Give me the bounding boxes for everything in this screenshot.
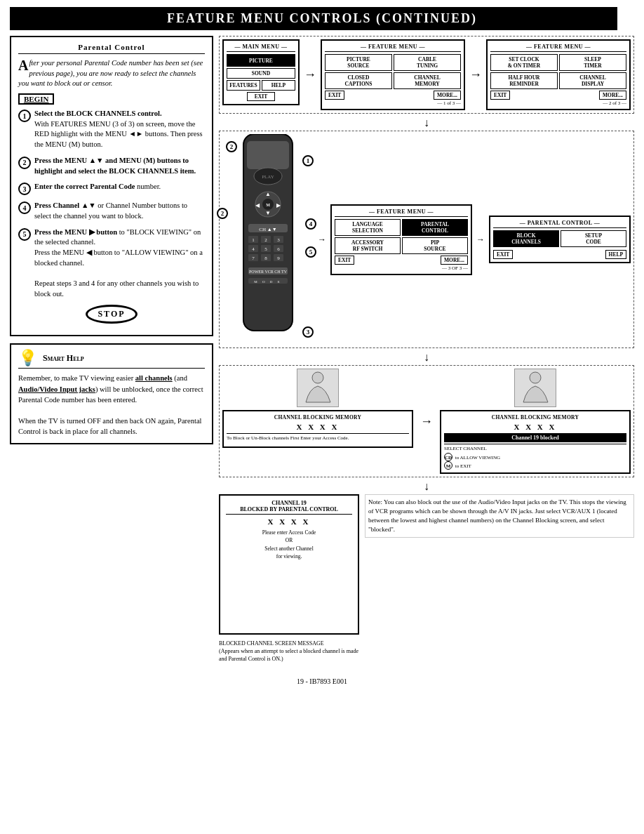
svg-text:2: 2 [264, 237, 267, 243]
fm2-half-hour: HALF HOURREMINDER [490, 72, 558, 89]
fm3-exit: EXIT [335, 256, 354, 265]
cb1-title: CHANNEL BLOCKING MEMORY [227, 414, 409, 421]
fm1-cable-tuning: CABLETUNING [394, 54, 461, 71]
note-box: Note: You can also block out the use of … [365, 494, 634, 538]
pc-screen-grid: BLOCKCHANNELS SETUPCODE [493, 230, 626, 247]
page-header: Feature Menu Controls (Continued) [10, 7, 634, 30]
svg-text:▼: ▼ [265, 210, 271, 216]
remote-svg: PLAY ▲ ▼ ◀ ▶ M CH ▲▼ [226, 134, 310, 345]
step-1-circle: 1 [18, 110, 31, 122]
step-badge-3-bottom: 3 [302, 326, 314, 338]
channel-blocking-flex: CHANNEL BLOCKING MEMORY X X X X To Block… [222, 369, 631, 474]
svg-text:M O D E: M O D E [254, 280, 281, 284]
step-2-circle: 2 [18, 157, 31, 169]
pc-block-channels: BLOCKCHANNELS [493, 230, 559, 247]
feature-menu-3-title: — FEATURE MENU — [335, 208, 468, 217]
step-badge-5-right: 5 [305, 246, 316, 258]
fm1-picture-source: PICTURESOURCE [325, 54, 392, 71]
person-2-illustration [514, 369, 556, 407]
drop-cap: A [18, 58, 28, 72]
arrow-5: → [419, 414, 434, 429]
feature-menu-2-screen: — FEATURE MENU — SET CLOCK& ON TIMER SLE… [486, 39, 631, 110]
parental-control-screen: — PARENTAL CONTROL — BLOCKCHANNELS SETUP… [489, 216, 631, 263]
cb2-m-row: M to EXIT [444, 461, 626, 470]
person-svg-1 [299, 371, 337, 406]
step-badge-2-left: 2 [217, 208, 228, 219]
svg-text:CH ▲▼: CH ▲▼ [259, 227, 276, 232]
cb1-code: X X X X [227, 423, 409, 431]
menu-item-sound: SOUND [227, 68, 295, 79]
menu-item-features: FEATURES [227, 80, 260, 91]
pc-footer: EXIT HELP [493, 250, 626, 259]
fm3-pip: PIPSOURCE [402, 237, 468, 254]
svg-text:8: 8 [264, 256, 267, 261]
svg-rect-1 [247, 141, 289, 169]
step-2: 2 Press the MENU ▲▼ and MENU (M) buttons… [18, 156, 205, 176]
fm3-page: — 3 OF 3 — [335, 265, 468, 271]
arrow-4: → [475, 234, 486, 245]
bottom-row: CHANNEL 19BLOCKED BY PARENTAL CONTROL X … [219, 494, 634, 663]
step-4-circle: 4 [18, 201, 31, 214]
person-svg-2 [516, 371, 555, 406]
step-2-content: Press the MENU ▲▼ and MENU (M) buttons t… [34, 156, 205, 176]
pc-exit: EXIT [493, 250, 513, 259]
step-badge-1-right: 1 [302, 155, 314, 166]
blocked-title: CHANNEL 19BLOCKED BY PARENTAL CONTROL [226, 500, 352, 515]
fm1-more: MORE... [434, 91, 461, 100]
menu-item-exit: EXIT [247, 92, 275, 101]
channel-blocking-screen-2: CHANNEL BLOCKING MEMORY X X X X Channel … [440, 410, 631, 474]
svg-text:◀: ◀ [255, 202, 260, 208]
main-menu-row3: FEATURES HELP [227, 80, 295, 91]
feature-menu-3-screen: — FEATURE MENU — LANGUAGESELECTION PAREN… [330, 204, 472, 275]
fm1-exit: EXIT [325, 91, 344, 100]
svg-text:3: 3 [277, 237, 280, 243]
svg-text:6: 6 [277, 246, 280, 252]
step-badge-2-top: 2 [226, 141, 237, 152]
fm2-page: — 2 of 3 — [490, 100, 626, 106]
top-screens-row: — MAIN MENU — PICTURE SOUND FEATURES HEL… [219, 36, 634, 114]
main-menu-items: PICTURE SOUND FEATURES HELP EXIT [227, 54, 295, 101]
fm3-more: MORE... [441, 256, 468, 265]
step-5-circle: 5 [18, 228, 31, 241]
feature-menu-1-grid: PICTURESOURCE CABLETUNING CLOSEDCAPTIONS… [325, 54, 461, 89]
cd-icon: CD [444, 453, 452, 461]
cb1-note: To Block or Un-Block channels First Ente… [227, 433, 409, 442]
main-menu-row2: SOUND [227, 68, 295, 79]
main-menu-row4: EXIT [227, 92, 295, 101]
parental-control-title: Parental Control [18, 43, 205, 54]
step-4: 4 Press Channel ▲▼ or Channel Number but… [18, 201, 205, 221]
fm3-parental: PARENTALCONTROL [402, 219, 468, 236]
smart-help-content: Remember, to make TV viewing easier all … [18, 373, 205, 437]
step-5-content: Press the MENU ▶ button to "BLOCK VIEWIN… [34, 227, 205, 300]
middle-screens-row: 2 1 2 4 5 3 PLAY [219, 131, 634, 348]
arrow-down-3: ↓ [219, 480, 634, 493]
arrow-1: → [302, 67, 318, 82]
fm2-more: MORE... [599, 91, 626, 100]
top-screens-flex: — MAIN MENU — PICTURE SOUND FEATURES HEL… [222, 39, 631, 110]
pc-setup-code: SETUPCODE [561, 230, 626, 247]
step-3: 3 Enter the correct Parental Code number… [18, 182, 205, 195]
svg-text:M: M [266, 203, 270, 207]
arrow-3: → [316, 234, 328, 245]
step-4-content: Press Channel ▲▼ or Channel Number butto… [34, 201, 205, 221]
step-3-circle: 3 [18, 183, 31, 195]
feature-menu-1-screen: — FEATURE MENU — PICTURESOURCE CABLETUNI… [321, 39, 465, 110]
step-1-content: Select the BLOCK CHANNELS control. With … [34, 109, 205, 150]
arrow-2: → [468, 67, 483, 82]
header-box [617, 7, 637, 30]
remote-illustration: 2 1 2 4 5 3 PLAY [222, 134, 314, 345]
feature-menu-2-grid: SET CLOCK& ON TIMER SLEEPTIMER HALF HOUR… [490, 54, 626, 89]
step-3-content: Enter the correct Parental Code number. [34, 182, 161, 192]
middle-screens-flex: 2 1 2 4 5 3 PLAY [222, 134, 631, 345]
fm3-accessory: ACCESSORYRF SWITCH [335, 237, 401, 254]
svg-text:PLAY: PLAY [262, 174, 274, 180]
svg-point-36 [530, 372, 541, 383]
smart-help-title: 💡 Smart Help [18, 350, 205, 369]
cb2-select: SELECT CHANNEL [444, 444, 626, 451]
parental-control-box: Parental Control A fter your personal Pa… [10, 36, 213, 336]
fm2-set-clock: SET CLOCK& ON TIMER [490, 54, 558, 71]
pc-screen-title: — PARENTAL CONTROL — [493, 220, 626, 228]
arrow-down-1: ↓ [219, 117, 634, 129]
channel-screen-1-area: CHANNEL BLOCKING MEMORY X X X X To Block… [222, 369, 413, 448]
main-menu-title: — MAIN MENU — [227, 44, 295, 52]
